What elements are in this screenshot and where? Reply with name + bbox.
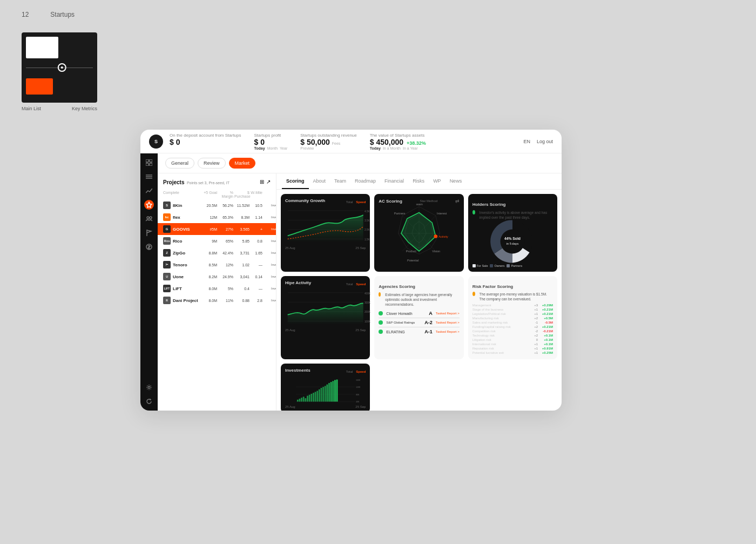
project-row-rico[interactable]: Rica Rico 9M 65% 5.85 0.8 Invest xyxy=(158,235,276,247)
sidebar-icon-chart[interactable] xyxy=(144,186,154,196)
tab-preview[interactable]: Preview xyxy=(300,146,357,150)
svg-rect-3 xyxy=(150,163,152,166)
inv-legend-total: Total xyxy=(346,370,353,373)
proj-purchase-uone: 0.14 xyxy=(251,275,262,279)
stat-assets-growth: +38.32% xyxy=(407,140,426,146)
invest-dani[interactable]: Invest xyxy=(264,299,276,302)
sidebar-icon-people[interactable] xyxy=(144,214,154,224)
agency-link-el[interactable]: Tasked Report > xyxy=(436,330,460,333)
project-row-tenoro[interactable]: ⊢ Tenoro 8.5M 12% 1.02 — Invest xyxy=(158,259,276,271)
invest-lift[interactable]: Invest xyxy=(264,287,276,290)
filter-review[interactable]: Review xyxy=(198,158,226,169)
svg-rect-60 xyxy=(313,393,314,401)
page-title: Startups xyxy=(50,11,75,18)
agency-link-clover[interactable]: Tasked Report > xyxy=(436,312,460,315)
language-selector[interactable]: EN xyxy=(523,139,530,144)
project-row-flex[interactable]: fec flex 12M 65.3% 8.3M 1.14 Invest xyxy=(158,211,276,223)
tab-news[interactable]: News xyxy=(446,173,467,189)
tab-roadmap[interactable]: Roadmap xyxy=(350,173,380,189)
invest-8kin[interactable]: Invest xyxy=(264,204,276,207)
sidebar-icon-star[interactable] xyxy=(144,200,154,210)
project-row-lift[interactable]: LIFT LiFT 8.0M 5% 0.4 — Invest xyxy=(158,283,276,294)
tab-assets-today[interactable]: Today xyxy=(370,146,381,150)
col-margin: % Margin xyxy=(218,191,233,198)
project-row-8kin[interactable]: S 8Kin 20.5M 56.2% 11.52M 10.5 Invest xyxy=(158,199,276,211)
filter-bar: General Review Market xyxy=(158,153,562,173)
project-row-goovis[interactable]: G GOOVIS #5M 27% 3.565 + Invest xyxy=(158,223,276,235)
invest-goovis[interactable]: Invest xyxy=(264,227,276,231)
ac-settings-icon[interactable]: ⇄ xyxy=(455,198,460,204)
project-row-zipgo[interactable]: Z ZipGo 8.8M 42.4% 3,731 1.65 Invest xyxy=(158,247,276,259)
proj-name-8kin: 8Kin xyxy=(173,203,182,208)
svg-rect-2 xyxy=(146,163,148,166)
tab-today[interactable]: Today xyxy=(254,146,265,150)
projects-export-icon[interactable]: ↗ xyxy=(266,179,271,185)
invest-tenoro[interactable]: Invest xyxy=(264,263,276,266)
risk-row-sales: Sales and marketing risk -1 -0.5M xyxy=(473,320,553,325)
project-row-uone[interactable]: U Uone 8.2M 24.9% 3,041 0.14 Invest xyxy=(158,271,276,283)
agency-link-sp[interactable]: Tasked Report > xyxy=(436,321,460,324)
svg-text:80K: 80K xyxy=(356,394,360,396)
sidebar-icon-flag[interactable] xyxy=(144,228,154,238)
invest-uone[interactable]: Invest xyxy=(264,275,276,278)
community-growth-dates: 25 Aug 25 Sep xyxy=(285,246,366,250)
proj-margin-tenoro: 1.02 xyxy=(234,263,249,267)
svg-rect-63 xyxy=(319,389,320,402)
stat-profit-value: $ 0 xyxy=(254,138,288,146)
tab-wp[interactable]: WP xyxy=(429,173,446,189)
risk-row-stage: Stage of the business +1 +0.21M xyxy=(473,307,553,312)
thumb-main-list-label: Main List xyxy=(22,106,41,111)
ac-scoring-title: AC Scoring xyxy=(379,199,402,204)
proj-name-dani: Dani Project xyxy=(173,298,198,303)
logout-button[interactable]: Log out xyxy=(537,139,553,144)
agency-name-clover: Clover Horwath xyxy=(386,312,426,315)
proj-goal-8kin: 56.2% xyxy=(218,204,233,207)
svg-text:400K: 400K xyxy=(364,293,371,295)
svg-text:200K: 200K xyxy=(364,311,371,313)
filter-market[interactable]: Market xyxy=(229,158,256,169)
projects-filter-icon[interactable]: ⊞ xyxy=(260,179,264,185)
tab-scoring[interactable]: Scoring xyxy=(282,173,309,189)
invest-rico[interactable]: Invest xyxy=(264,239,276,243)
content-area: General Review Market Projects Points se… xyxy=(158,153,562,411)
sidebar-icon-list[interactable] xyxy=(144,172,154,182)
proj-icon-rico: Rica xyxy=(163,237,171,245)
cg-legend-speed: Speed xyxy=(356,200,366,204)
stat-revenue-label: Startups outstanding revenue xyxy=(300,133,357,138)
svg-point-30 xyxy=(434,234,437,238)
tab-year[interactable]: Year xyxy=(280,146,287,150)
tab-risks[interactable]: Risks xyxy=(408,173,429,189)
cg-legend-total: Total xyxy=(346,200,353,204)
stat-deposit: On the deposit account from Startups $ 0 xyxy=(170,133,241,150)
invest-zipgo[interactable]: Invest xyxy=(264,251,276,254)
proj-complete-lift: 8.0M xyxy=(202,287,217,291)
page-number: 12 xyxy=(22,11,29,18)
tab-about[interactable]: About xyxy=(309,173,330,189)
sidebar-icon-dollar[interactable] xyxy=(144,242,154,252)
proj-complete-zipgo: 8.8M xyxy=(202,251,217,255)
proj-margin-dani: 0.88 xyxy=(234,299,249,303)
proj-goal-goovis: 27% xyxy=(218,227,233,231)
scoring-panel: Scoring About Team Roadmap Financial Ris… xyxy=(276,173,562,411)
tab-assets-year[interactable]: In a Year xyxy=(403,146,418,150)
tab-month[interactable]: Month xyxy=(267,146,278,150)
tab-financial[interactable]: Financial xyxy=(380,173,408,189)
sidebar-icon-grid[interactable] xyxy=(144,158,154,167)
agencies-note-dot xyxy=(379,292,381,297)
proj-margin-8kin: 11.52M xyxy=(234,204,249,207)
svg-rect-72 xyxy=(336,380,338,402)
sidebar-icon-settings[interactable] xyxy=(144,382,154,392)
project-row-dani[interactable]: R Dani Project 8.0M 11% 0.88 2.8 Invest xyxy=(158,294,276,306)
risk-row-litigation: Litigation risk 0 +0.1M xyxy=(473,338,553,342)
agency-name-sp: S&P Global Ratings xyxy=(386,321,421,324)
tab-assets-month[interactable]: In a Month xyxy=(383,146,401,150)
filter-general[interactable]: General xyxy=(165,158,194,169)
svg-rect-68 xyxy=(328,383,330,402)
proj-margin-zipgo: 3,731 xyxy=(234,251,249,255)
proj-goal-dani: 11% xyxy=(218,299,233,303)
inv-date-start: 25 Aug xyxy=(285,405,295,408)
sidebar-icon-refresh[interactable] xyxy=(144,397,154,406)
svg-rect-56 xyxy=(305,398,306,401)
invest-flex[interactable]: Invest xyxy=(264,216,276,219)
tab-team[interactable]: Team xyxy=(330,173,350,189)
